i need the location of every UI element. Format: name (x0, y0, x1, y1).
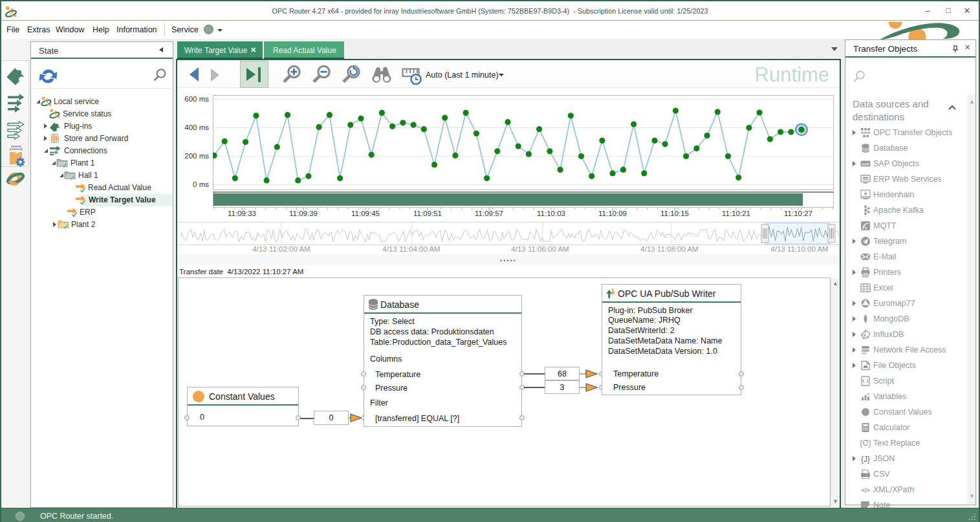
svg-text:SAP: SAP (862, 162, 869, 166)
svg-text:</>: </> (861, 486, 870, 494)
svg-text:CSV: CSV (862, 473, 869, 477)
svg-text:{J}: {J} (861, 455, 870, 464)
svg-text:ERP: ERP (862, 177, 868, 180)
svg-text:{C}: {C} (860, 438, 871, 448)
